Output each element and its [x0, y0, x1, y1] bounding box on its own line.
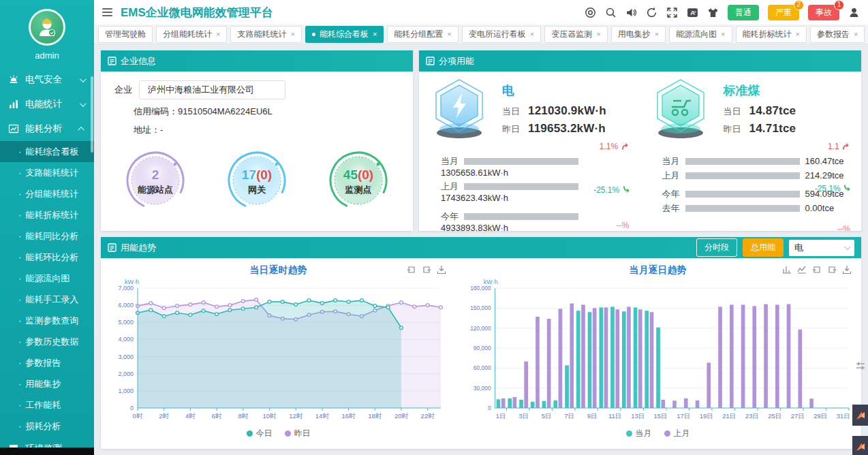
- download-icon[interactable]: [842, 265, 852, 274]
- sidebar-item-参数历史数据[interactable]: ·参数历史数据: [0, 331, 94, 352]
- legend-item-当月[interactable]: 当月: [626, 428, 652, 439]
- close-icon[interactable]: ×: [447, 30, 451, 38]
- sidebar-item-分组能耗统计[interactable]: ·分组能耗统计: [0, 183, 94, 204]
- close-icon[interactable]: ×: [216, 30, 220, 38]
- usage-value: 4933893.83kW·h: [441, 223, 631, 231]
- data-view-icon[interactable]: [827, 265, 837, 274]
- tab-分组能耗统计[interactable]: 分组能耗统计×: [156, 26, 227, 43]
- sidebar: admin 电气安全电能统计能耗分析·能耗综合看板·支路能耗统计·分组能耗统计·…: [0, 0, 94, 455]
- tab-能耗分组配置[interactable]: 能耗分组配置×: [387, 26, 458, 43]
- tab-能耗折标统计[interactable]: 能耗折标统计×: [736, 26, 807, 43]
- menu-toggle-icon[interactable]: [102, 8, 112, 16]
- sidebar-item-能耗综合看板[interactable]: ·能耗综合看板: [0, 141, 94, 162]
- alarm-badge-severe[interactable]: 严重2: [768, 5, 799, 20]
- font-size-icon[interactable]: Ax: [687, 7, 698, 18]
- sidebar-group-能耗分析[interactable]: 能耗分析: [0, 116, 94, 141]
- close-icon[interactable]: ×: [655, 30, 659, 38]
- sidebar-item-用能集抄[interactable]: ·用能集抄: [0, 373, 94, 394]
- tab-变电所运行看板[interactable]: 变电所运行看板×: [462, 26, 541, 43]
- svg-text:4,000: 4,000: [118, 336, 134, 343]
- yesterday-value: 119653.2kW·h: [528, 122, 606, 136]
- sidebar-item-工作能耗[interactable]: ·工作能耗: [0, 394, 94, 415]
- svg-text:150,000: 150,000: [470, 304, 491, 311]
- ring-icon: 2 能源站点: [123, 146, 188, 215]
- volume-icon[interactable]: [625, 7, 637, 18]
- ring-icon: 45(0) 监测点: [326, 146, 391, 215]
- daily-bar-chart-svg: 030,00060,00090,000120,000150,000180,000…: [460, 277, 856, 426]
- panel-icon: [108, 57, 117, 65]
- legend-item-上月[interactable]: 上月: [664, 428, 690, 439]
- tab-用电集抄[interactable]: 用电集抄×: [611, 26, 666, 43]
- floating-button-bottom[interactable]: [852, 436, 868, 455]
- year-change: --%: [617, 221, 630, 230]
- user-icon[interactable]: [848, 7, 860, 18]
- refresh-icon[interactable]: [646, 7, 657, 18]
- magic-bar-icon[interactable]: [782, 265, 792, 274]
- tab-变压器监测[interactable]: 变压器监测×: [544, 26, 607, 43]
- energy-trend-panel: 用能趋势 分时段 总用能 电 当日逐时趋势: [101, 237, 861, 449]
- today-value: 121030.9kW·h: [528, 104, 606, 118]
- svg-text:29日: 29日: [813, 412, 827, 420]
- download-icon[interactable]: [437, 265, 446, 274]
- sidebar-item-参数报告[interactable]: ·参数报告: [0, 352, 94, 373]
- hourly-chart-legend: 今日昨日: [106, 426, 450, 441]
- energy-type-select[interactable]: 电: [789, 240, 854, 256]
- stat-circle-能源站点[interactable]: 2 能源站点: [123, 146, 188, 217]
- theme-icon[interactable]: [707, 7, 719, 18]
- interval-button[interactable]: 分时段: [696, 238, 737, 257]
- panel-drag-icon[interactable]: [856, 361, 865, 373]
- close-icon[interactable]: ×: [530, 30, 534, 38]
- usage-value: 0.00tce: [805, 203, 835, 213]
- content: 企业信息 企业 泸州中海粮油工业有限公司 信用编码：91510504MA6224…: [94, 44, 868, 455]
- close-icon[interactable]: ×: [854, 30, 858, 38]
- tab-管理驾驶舱[interactable]: 管理驾驶舱: [98, 26, 153, 43]
- close-icon[interactable]: ×: [290, 30, 294, 38]
- sidebar-scrollbar[interactable]: [91, 76, 93, 153]
- sidebar-item-监测参数查询[interactable]: ·监测参数查询: [0, 310, 94, 331]
- close-icon[interactable]: ×: [373, 30, 377, 38]
- settings-icon[interactable]: [585, 7, 596, 18]
- alarm-badge-normal[interactable]: 普通: [728, 5, 759, 20]
- electricity-section: 电 当日121030.9kW·h 昨日119653.2kW·h 1.1% 当月 …: [419, 72, 640, 231]
- magic-line-icon[interactable]: [797, 265, 807, 274]
- avatar[interactable]: [29, 9, 65, 46]
- restore-icon[interactable]: [812, 265, 822, 274]
- stat-circle-监测点[interactable]: 45(0) 监测点: [326, 146, 391, 217]
- alarm-badge-accident[interactable]: 事故1: [808, 5, 839, 20]
- svg-text:30,000: 30,000: [474, 385, 491, 392]
- legend-item-今日[interactable]: 今日: [247, 428, 273, 439]
- close-icon[interactable]: ×: [596, 30, 600, 38]
- sidebar-group-电气安全[interactable]: 电气安全: [0, 67, 94, 92]
- close-icon[interactable]: ×: [721, 30, 725, 38]
- sidebar-item-能耗手工录入[interactable]: ·能耗手工录入: [0, 289, 94, 310]
- data-view-icon[interactable]: [422, 265, 431, 274]
- legend-item-昨日[interactable]: 昨日: [285, 428, 311, 439]
- total-energy-button[interactable]: 总用能: [743, 238, 784, 257]
- sidebar-item-支路能耗统计[interactable]: ·支路能耗统计: [0, 162, 94, 183]
- sidebar-item-能耗同比分析[interactable]: ·能耗同比分析: [0, 225, 94, 247]
- fullscreen-icon[interactable]: [666, 7, 678, 18]
- tab-参数报告[interactable]: 参数报告×: [810, 26, 865, 43]
- stat-circle-网关[interactable]: 17(0) 网关: [224, 146, 290, 217]
- tab-支路能耗统计[interactable]: 支路能耗统计×: [230, 26, 301, 43]
- sidebar-item-能源流向图[interactable]: ·能源流向图: [0, 268, 94, 289]
- company-input[interactable]: 泸州中海粮油工业有限公司: [139, 80, 285, 99]
- close-icon[interactable]: ×: [796, 30, 800, 38]
- svg-text:能源站点: 能源站点: [138, 185, 173, 195]
- chevron-down-icon: [80, 100, 87, 107]
- chevron-down-icon: [80, 76, 87, 82]
- tab-能耗综合看板[interactable]: 能耗综合看板×: [305, 26, 384, 43]
- sidebar-item-能耗折标统计[interactable]: ·能耗折标统计: [0, 204, 94, 225]
- sidebar-item-能耗环比分析[interactable]: ·能耗环比分析: [0, 247, 94, 268]
- usage-value: 214.29tce: [805, 170, 844, 181]
- sidebar-group-电能统计[interactable]: 电能统计: [0, 92, 94, 116]
- trend-body: 当日逐时趋势 01,0002,0003,0004,0005,0006,0007,…: [101, 258, 861, 449]
- restore-icon[interactable]: [407, 265, 416, 274]
- svg-text:kW·h: kW·h: [484, 279, 498, 285]
- coal-hexagon-icon: [647, 77, 714, 142]
- sidebar-item-损耗分析[interactable]: ·损耗分析: [0, 415, 94, 437]
- search-icon[interactable]: [605, 7, 617, 18]
- floating-button-top[interactable]: [852, 405, 868, 426]
- tab-能源流向图[interactable]: 能源流向图×: [669, 26, 732, 43]
- svg-text:5,000: 5,000: [118, 319, 134, 326]
